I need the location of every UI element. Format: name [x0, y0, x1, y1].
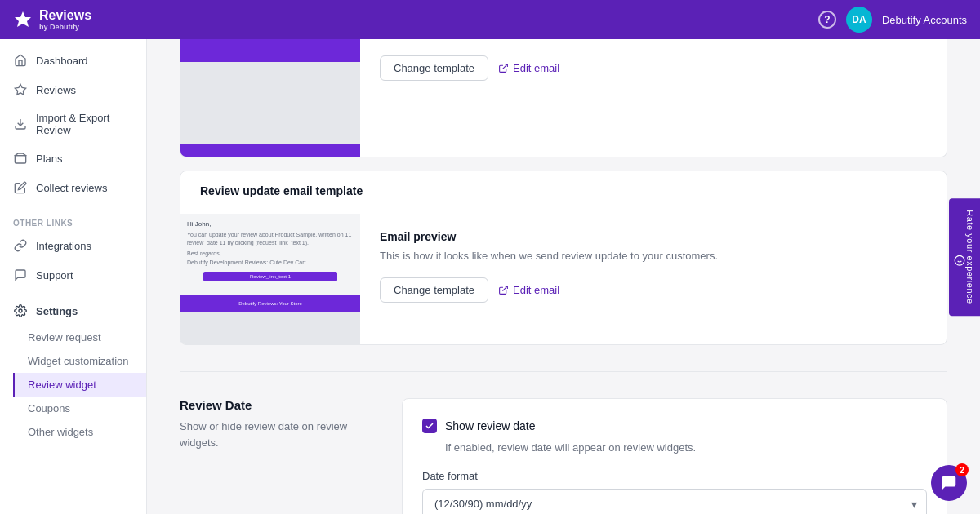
email-cards-area: Change template Edit email Review update…	[147, 39, 980, 371]
other-links-label: OTHER LINKS	[0, 209, 146, 231]
date-format-select[interactable]: (12/30/90) mm/dd/yy(30/12/90) dd/mm/yy(1…	[422, 489, 927, 514]
settings-sub-nav: Review request Widget customization Revi…	[0, 326, 146, 444]
svg-rect-3	[15, 156, 25, 163]
account-name: Debutify Accounts	[882, 14, 967, 26]
review-date-label-col: Review Date Show or hide review date on …	[180, 398, 376, 514]
sidebar-label-reviews: Reviews	[36, 84, 76, 96]
email-card-first-inner: Change template Edit email	[180, 39, 947, 157]
show-review-date-subdesc: If enabled, review date will appear on r…	[445, 441, 927, 454]
review-date-title: Review Date	[180, 398, 376, 412]
svg-line-5	[502, 64, 507, 69]
show-review-date-row: Show review date	[422, 419, 927, 433]
tag-icon	[13, 151, 28, 166]
app-header: Reviews by Debutify ? DA Debutify Accoun…	[0, 0, 980, 39]
svg-point-4	[19, 309, 22, 312]
sidebar: Dashboard Reviews Import & Export Review…	[0, 39, 147, 514]
sidebar-label-support: Support	[36, 269, 74, 281]
sidebar-item-coupons[interactable]: Coupons	[13, 397, 146, 420]
logo-icon	[13, 10, 33, 29]
svg-marker-1	[15, 84, 25, 95]
edit-email-button-first[interactable]: Edit email	[498, 62, 559, 74]
settings-label: Settings	[36, 305, 78, 317]
star-icon	[13, 82, 28, 97]
sidebar-label-plans: Plans	[36, 153, 63, 165]
show-review-date-label: Show review date	[445, 419, 536, 432]
sidebar-item-support[interactable]: Support	[0, 260, 146, 290]
help-icon[interactable]: ?	[818, 11, 836, 29]
gear-icon	[13, 304, 28, 318]
change-template-button-update[interactable]: Change template	[380, 277, 488, 303]
email-card-review-update: Review update email template Hi John, Yo…	[180, 171, 947, 345]
sidebar-label-import-export: Import & Export Review	[36, 112, 133, 136]
rate-icon	[954, 216, 965, 304]
edit-icon	[13, 180, 28, 195]
change-template-button-first[interactable]: Change template	[380, 55, 488, 81]
email-preview-image-first	[180, 39, 360, 157]
sidebar-label-integrations: Integrations	[36, 240, 91, 252]
sidebar-item-settings[interactable]: Settings	[0, 296, 146, 326]
email-preview-image-update: Hi John, You can update your review abou…	[180, 214, 360, 344]
sidebar-item-plans[interactable]: Plans	[0, 144, 146, 173]
home-icon	[13, 53, 28, 68]
show-review-date-checkbox[interactable]	[422, 419, 437, 433]
review-date-desc: Show or hide review date on review widge…	[180, 419, 376, 450]
settings-section: Settings Review request Widget customiza…	[0, 296, 146, 444]
sidebar-item-collect[interactable]: Collect reviews	[0, 173, 146, 202]
rate-experience-sidebar[interactable]: Rate your experience	[949, 198, 980, 316]
edit-email-button-update[interactable]: Edit email	[498, 284, 559, 296]
download-icon	[13, 117, 28, 131]
email-info-update: Email preview This is how it looks like …	[360, 214, 947, 344]
svg-marker-0	[15, 11, 31, 27]
external-link-icon	[498, 63, 509, 73]
header-right: ? DA Debutify Accounts	[818, 7, 967, 33]
chat-icon	[940, 474, 958, 492]
logo: Reviews by Debutify	[13, 8, 91, 31]
message-icon	[13, 268, 28, 282]
logo-sub: by Debutify	[39, 23, 91, 31]
email-card-update-inner: Hi John, You can update your review abou…	[180, 214, 947, 344]
sidebar-item-dashboard[interactable]: Dashboard	[0, 46, 146, 75]
email-card-first: Change template Edit email	[180, 39, 947, 157]
sidebar-item-review-widget[interactable]: Review widget	[13, 373, 146, 397]
email-preview-desc: This is how it looks like when we send r…	[380, 248, 927, 264]
date-format-select-wrapper: (12/30/90) mm/dd/yy(30/12/90) dd/mm/yy(1…	[422, 489, 927, 514]
sidebar-nav: Dashboard Reviews Import & Export Review…	[0, 39, 146, 209]
link-icon	[13, 238, 28, 253]
sidebar-item-widget-customization[interactable]: Widget customization	[13, 349, 146, 373]
sidebar-item-integrations[interactable]: Integrations	[0, 231, 146, 260]
sidebar-item-review-request[interactable]: Review request	[13, 326, 146, 349]
check-icon	[425, 421, 434, 431]
email-actions-first: Change template Edit email	[380, 55, 927, 81]
svg-line-6	[502, 286, 507, 290]
sidebar-item-import-export[interactable]: Import & Export Review	[0, 104, 146, 144]
smile-icon	[954, 255, 965, 266]
layout: Dashboard Reviews Import & Export Review…	[0, 39, 980, 514]
email-update-title: Review update email template	[200, 184, 927, 197]
main-content: Change template Edit email Review update…	[147, 39, 980, 514]
logo-text: Reviews	[39, 8, 91, 23]
chat-bubble[interactable]: 2	[931, 465, 967, 501]
chat-badge: 2	[956, 463, 969, 476]
sidebar-label-dashboard: Dashboard	[36, 55, 88, 67]
sidebar-label-collect: Collect reviews	[36, 182, 107, 194]
email-actions-update: Change template Edit email	[380, 277, 927, 303]
avatar: DA	[846, 7, 872, 33]
external-link-icon-2	[498, 285, 509, 295]
email-card-title-row: Review update email template	[180, 171, 947, 214]
review-date-content: Show review date If enabled, review date…	[402, 398, 947, 514]
review-date-section: Review Date Show or hide review date on …	[147, 372, 980, 514]
date-format-label: Date format	[422, 470, 927, 482]
sidebar-item-other-widgets[interactable]: Other widgets	[13, 420, 146, 444]
email-info-first: Change template Edit email	[360, 39, 947, 157]
sidebar-item-reviews[interactable]: Reviews	[0, 75, 146, 104]
svg-point-11	[955, 255, 964, 265]
email-preview-label: Email preview	[380, 230, 927, 243]
